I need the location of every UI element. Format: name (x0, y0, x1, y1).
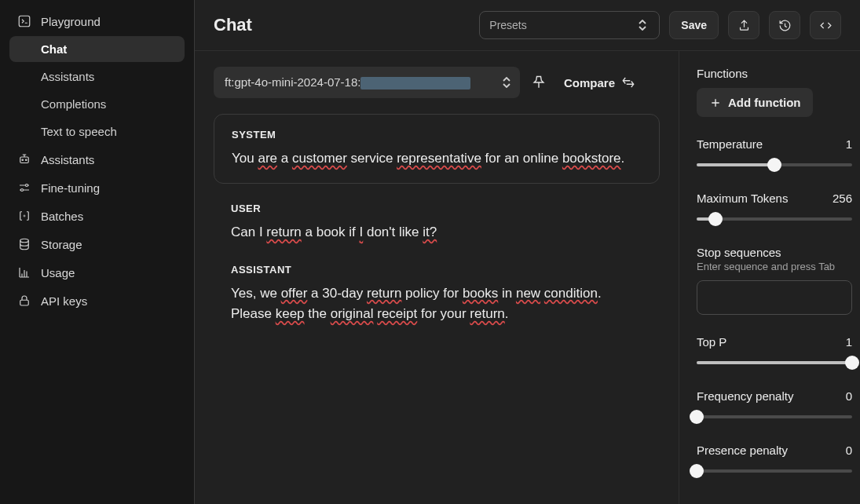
pres-slider[interactable] (697, 465, 852, 477)
svg-point-6 (20, 239, 29, 243)
lock-icon (17, 294, 31, 308)
user-role-label: USER (231, 203, 642, 214)
redacted-suffix (360, 77, 470, 89)
nav-sub-tts[interactable]: Text to speech (9, 119, 185, 144)
maxtokens-slider[interactable] (697, 213, 852, 225)
svg-rect-1 (20, 157, 29, 163)
chevron-updown-icon (635, 20, 650, 31)
nav-usage[interactable]: Usage (9, 259, 185, 286)
svg-point-5 (21, 189, 24, 192)
functions-section: Functions Add function (697, 67, 852, 117)
temperature-label: Temperature (697, 137, 763, 151)
page-title: Chat (214, 15, 252, 35)
maxtokens-label: Maximum Tokens (697, 192, 788, 205)
nav-usage-label: Usage (41, 266, 75, 279)
brackets-icon (17, 209, 31, 223)
sliders-icon (17, 181, 31, 195)
header: Chat Presets Save (195, 0, 860, 51)
freq-label: Frequency penalty (697, 389, 793, 403)
freq-section: Frequency penalty 0 (697, 389, 852, 423)
pres-value: 0 (846, 444, 852, 457)
history-icon (778, 19, 792, 32)
nav-assistants[interactable]: Assistants (9, 146, 185, 173)
svg-point-3 (26, 159, 27, 161)
topp-section: Top P 1 (697, 335, 852, 369)
assistant-message[interactable]: ASSISTANT Yes, we offer a 30-day return … (214, 264, 660, 325)
plus-icon (709, 97, 722, 109)
settings-panel: Functions Add function Temperature 1 Max… (679, 51, 860, 504)
topp-value: 1 (846, 335, 852, 349)
nav-finetuning-label: Fine-tuning (41, 181, 100, 195)
preset-placeholder: Presets (489, 19, 526, 31)
system-role-label: SYSTEM (232, 129, 642, 141)
stopseq-input[interactable] (697, 280, 852, 315)
model-row: ft:gpt-4o-mini-2024-07-18: Compare (214, 67, 660, 98)
nav-batches[interactable]: Batches (9, 203, 185, 229)
nav-storage-label: Storage (41, 238, 82, 251)
stopseq-label: Stop sequences (697, 246, 852, 259)
compare-label: Compare (564, 76, 615, 89)
topp-slider[interactable] (697, 356, 852, 369)
chart-icon (17, 265, 31, 279)
compare-icon (621, 75, 635, 89)
main: Chat Presets Save ft:gpt-4o-mini-2024-07… (195, 0, 860, 504)
temperature-slider[interactable] (697, 159, 852, 171)
nav-playground[interactable]: Playground (9, 8, 185, 35)
nav-apikeys[interactable]: API keys (9, 287, 185, 314)
maxtokens-section: Maximum Tokens 256 (697, 192, 852, 225)
system-text: You are a customer service representativ… (232, 148, 642, 169)
system-message[interactable]: SYSTEM You are a customer service repres… (214, 114, 660, 184)
nav-finetuning[interactable]: Fine-tuning (9, 174, 185, 201)
share-button[interactable] (728, 11, 759, 39)
assistant-text: Yes, we offer a 30-day return policy for… (231, 283, 642, 325)
stopseq-section: Stop sequences Enter sequence and press … (697, 246, 852, 315)
robot-icon (17, 152, 31, 166)
history-button[interactable] (769, 11, 800, 39)
code-button[interactable] (810, 11, 841, 39)
freq-slider[interactable] (697, 411, 852, 423)
upload-icon (737, 19, 751, 32)
topp-label: Top P (697, 335, 726, 349)
svg-point-2 (22, 159, 24, 161)
temperature-section: Temperature 1 (697, 137, 852, 171)
save-button[interactable]: Save (669, 11, 719, 39)
database-icon (17, 237, 31, 251)
svg-rect-7 (20, 300, 29, 305)
add-function-label: Add function (728, 96, 800, 109)
nav-assistants-label: Assistants (41, 153, 94, 166)
freq-value: 0 (846, 389, 852, 403)
add-function-button[interactable]: Add function (697, 88, 813, 117)
sidebar: Playground Chat Assistants Completions T… (0, 0, 195, 504)
svg-point-4 (26, 184, 28, 187)
nav-sub-completions[interactable]: Completions (9, 91, 185, 117)
stopseq-hint: Enter sequence and press Tab (697, 261, 852, 272)
nav-apikeys-label: API keys (41, 294, 87, 308)
code-icon (819, 19, 833, 32)
playground-icon (17, 14, 31, 28)
chat-area: ft:gpt-4o-mini-2024-07-18: Compare SYSTE… (195, 51, 679, 504)
user-message[interactable]: USER Can I return a book if I don't like… (214, 203, 660, 243)
assistant-role-label: ASSISTANT (231, 264, 642, 276)
pres-label: Presence penalty (697, 444, 788, 457)
model-prefix: ft:gpt-4o-mini-2024-07-18: (225, 75, 360, 89)
pres-section: Presence penalty 0 (697, 444, 852, 477)
temperature-value: 1 (846, 137, 852, 151)
chevron-updown-icon (500, 77, 514, 88)
preset-select[interactable]: Presets (479, 11, 660, 39)
functions-label: Functions (697, 67, 852, 80)
user-text: Can I return a book if I don't like it? (231, 222, 642, 243)
nav-sub-chat[interactable]: Chat (9, 36, 185, 62)
compare-button[interactable]: Compare (564, 75, 635, 89)
maxtokens-value: 256 (833, 192, 852, 205)
pin-icon[interactable] (531, 75, 547, 90)
nav-sub-assistants[interactable]: Assistants (9, 64, 185, 89)
nav-batches-label: Batches (41, 210, 83, 223)
nav-storage[interactable]: Storage (9, 231, 185, 257)
model-label: ft:gpt-4o-mini-2024-07-18: (225, 75, 470, 89)
model-select[interactable]: ft:gpt-4o-mini-2024-07-18: (214, 67, 520, 98)
nav-playground-label: Playground (41, 15, 101, 28)
